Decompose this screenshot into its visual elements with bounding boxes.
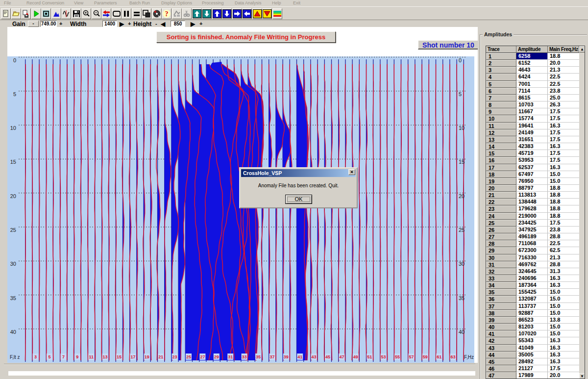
svg-text:29: 29	[214, 354, 219, 359]
svg-text:53: 53	[381, 354, 386, 359]
svg-text:5: 5	[459, 91, 462, 97]
svg-text:15: 15	[117, 354, 122, 359]
svg-text:55: 55	[395, 354, 400, 359]
svg-text:27: 27	[200, 354, 205, 359]
svg-text:F,Hz: F,Hz	[464, 354, 474, 360]
svg-text:17: 17	[130, 354, 135, 359]
svg-text:25: 25	[10, 227, 16, 233]
svg-text:41: 41	[297, 354, 302, 359]
svg-text:47: 47	[339, 354, 344, 359]
svg-text:20: 20	[459, 193, 465, 199]
svg-text:30: 30	[459, 261, 465, 267]
svg-text:0: 0	[13, 57, 16, 63]
svg-text:35: 35	[256, 354, 261, 359]
svg-text:59: 59	[423, 354, 428, 359]
svg-text:39: 39	[284, 354, 289, 359]
svg-text:61: 61	[437, 354, 441, 359]
svg-text:37: 37	[270, 354, 274, 359]
svg-text:9: 9	[76, 354, 78, 359]
svg-text:3: 3	[34, 354, 37, 359]
svg-text:25: 25	[186, 354, 191, 359]
svg-text:40: 40	[459, 329, 465, 335]
svg-text:10: 10	[459, 125, 465, 131]
svg-text:63: 63	[451, 354, 456, 359]
svg-text:0: 0	[459, 57, 462, 63]
svg-text:13: 13	[103, 354, 108, 359]
svg-text:10: 10	[10, 125, 16, 131]
svg-text:31: 31	[228, 354, 233, 359]
svg-text:15: 15	[459, 159, 465, 165]
svg-text:7: 7	[62, 354, 65, 359]
svg-text:19: 19	[145, 354, 149, 359]
svg-text:11: 11	[89, 354, 94, 359]
svg-text:40: 40	[10, 329, 16, 335]
svg-text:35: 35	[459, 295, 465, 301]
svg-text:15: 15	[10, 159, 16, 165]
svg-text:25: 25	[459, 227, 465, 233]
svg-text:57: 57	[409, 354, 414, 359]
svg-text:?: ?	[165, 10, 169, 18]
svg-text:35: 35	[10, 295, 16, 301]
svg-text:45: 45	[325, 354, 330, 359]
svg-text:49: 49	[353, 354, 358, 359]
svg-text:43: 43	[312, 354, 317, 359]
svg-text:51: 51	[367, 354, 372, 359]
svg-text:21: 21	[158, 354, 163, 359]
svg-text:23: 23	[172, 354, 177, 359]
svg-text:20: 20	[10, 193, 16, 199]
svg-text:F,lt z: F,lt z	[10, 354, 20, 360]
svg-text:5: 5	[13, 91, 16, 97]
svg-text:30: 30	[10, 261, 16, 267]
svg-text:5: 5	[48, 354, 50, 359]
svg-text:33: 33	[242, 354, 247, 359]
